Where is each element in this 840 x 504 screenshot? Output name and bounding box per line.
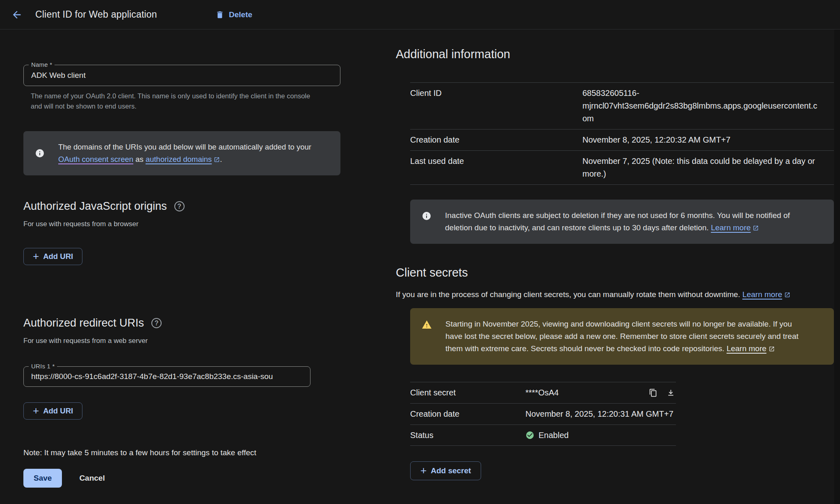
client-secret-value: ****OsA4 (525, 388, 649, 397)
plus-icon: + (33, 251, 39, 261)
table-row: Status Enabled (410, 425, 676, 446)
add-secret-button-label: Add secret (431, 466, 471, 475)
copy-icon[interactable] (649, 388, 657, 397)
name-helper-text: The name of your OAuth 2.0 client. This … (31, 91, 316, 111)
banner-text-segment: . (220, 155, 222, 163)
row-label: Status (410, 431, 525, 440)
plus-icon: + (33, 405, 39, 416)
info-icon (35, 148, 45, 158)
inactivity-banner-text: Inactive OAuth clients are subject to de… (445, 209, 806, 234)
add-secret-button[interactable]: + Add secret (410, 461, 481, 480)
authorized-domains-link[interactable]: authorized domains (146, 155, 220, 163)
open-in-new-icon (784, 292, 790, 298)
inactivity-info-banner: Inactive OAuth clients are subject to de… (410, 200, 834, 244)
client-secret-table: Client secret ****OsA4 Creation date Nov… (410, 382, 676, 446)
redirect-uri-field-value: https://8000-cs-91c6ad2f-3187-4b7e-82d1-… (31, 372, 303, 381)
add-uri-button-label: Add URI (43, 406, 73, 415)
help-icon[interactable]: ? (151, 318, 162, 328)
js-origins-heading: Authorized JavaScript origins ? (23, 200, 342, 213)
table-row: Creation date November 8, 2025, 12:20:31… (410, 403, 676, 425)
delete-button-label: Delete (229, 10, 252, 19)
warning-icon (422, 320, 432, 330)
status-badge: Enabled (539, 431, 568, 440)
domains-banner-text: The domains of the URIs you add below wi… (58, 141, 329, 166)
client-config-panel: Name * ADK Web client The name of your O… (23, 30, 342, 488)
back-arrow-icon[interactable] (11, 9, 23, 21)
warning-banner-text: Starting in November 2025, viewing and d… (445, 318, 810, 355)
link-label: Learn more (711, 223, 751, 232)
client-secrets-description: If you are in the process of changing cl… (396, 288, 831, 301)
name-field[interactable]: Name * ADK Web client (23, 65, 340, 86)
settings-note: Note: It may take 5 minutes to a few hou… (23, 448, 342, 457)
name-field-label: Name * (29, 61, 55, 68)
description-text: If you are in the process of changing cl… (396, 290, 742, 299)
client-secrets-title: Client secrets (396, 266, 835, 279)
last-used-date-value: November 7, 2025 (Note: this data could … (582, 155, 829, 180)
open-in-new-icon (214, 157, 220, 163)
delete-button[interactable]: Delete (215, 10, 252, 19)
table-row: Creation date November 8, 2025, 12:20:32… (410, 129, 834, 150)
add-uri-redirect-button[interactable]: + Add URI (23, 402, 82, 420)
additional-info-table: Client ID 685832605116-mjrncl07vht3sem6d… (410, 82, 834, 185)
add-uri-button-label: Add URI (43, 252, 73, 261)
js-origins-subtitle: For use with requests from a browser (23, 220, 342, 228)
table-row: Client ID 685832605116-mjrncl07vht3sem6d… (410, 82, 834, 129)
row-label: Creation date (410, 409, 525, 419)
row-label: Creation date (410, 134, 582, 146)
row-label: Client ID (410, 87, 582, 125)
add-uri-origins-button[interactable]: + Add URI (23, 248, 82, 265)
creation-date-value: November 8, 2025, 12:20:32 AM GMT+7 (582, 134, 834, 146)
info-icon (422, 211, 431, 221)
redirect-uris-heading: Authorized redirect URIs ? (23, 317, 342, 329)
redirect-uris-subtitle: For use with requests from a web server (23, 337, 342, 345)
check-circle-icon (525, 431, 534, 440)
secret-row-actions (649, 388, 675, 397)
learn-more-link[interactable]: Learn more (742, 290, 790, 299)
plus-icon: + (420, 465, 427, 476)
domains-info-banner: The domains of the URIs you add below wi… (23, 131, 340, 175)
trash-icon (215, 10, 224, 19)
link-label: Learn more (742, 290, 782, 299)
scroll-gutter (834, 30, 840, 504)
banner-text-segment: The domains of the URIs you add below wi… (58, 143, 311, 151)
table-row: Last used date November 7, 2025 (Note: t… (410, 150, 834, 185)
row-label: Last used date (410, 155, 582, 180)
page-title: Client ID for Web application (35, 9, 157, 20)
status-value: Enabled (525, 431, 676, 440)
client-id-value: 685832605116-mjrncl07vht3sem6dgdr2s83bg8… (582, 87, 820, 125)
redirect-uri-field-label: URIs 1 * (29, 363, 57, 370)
js-origins-title: Authorized JavaScript origins (23, 200, 167, 213)
learn-more-link[interactable]: Learn more (726, 344, 774, 353)
banner-text-segment: as (133, 155, 146, 163)
learn-more-link[interactable]: Learn more (711, 223, 759, 232)
link-label: authorized domains (146, 155, 212, 163)
form-actions: Save Cancel (23, 469, 342, 488)
additional-info-panel: Additional information Client ID 6858326… (396, 30, 835, 480)
open-in-new-icon (753, 225, 759, 231)
open-in-new-icon (769, 346, 775, 352)
additional-info-title: Additional information (396, 48, 835, 61)
help-icon[interactable]: ? (174, 201, 185, 211)
save-button[interactable]: Save (23, 469, 62, 488)
page-header: Client ID for Web application Delete (0, 0, 840, 30)
row-label: Client secret (410, 388, 525, 397)
redirect-uris-title: Authorized redirect URIs (23, 317, 144, 329)
link-label: Learn more (726, 344, 766, 353)
oauth-consent-screen-link[interactable]: OAuth consent screen (58, 155, 133, 163)
download-icon[interactable] (667, 388, 675, 397)
table-row: Client secret ****OsA4 (410, 382, 676, 403)
name-field-value: ADK Web client (31, 71, 333, 80)
redirect-uri-field[interactable]: URIs 1 * https://8000-cs-91c6ad2f-3187-4… (23, 366, 310, 387)
secrets-warning-banner: Starting in November 2025, viewing and d… (410, 308, 834, 365)
secret-creation-date-value: November 8, 2025, 12:20:31 AM GMT+7 (525, 409, 676, 419)
cancel-button[interactable]: Cancel (79, 474, 105, 483)
